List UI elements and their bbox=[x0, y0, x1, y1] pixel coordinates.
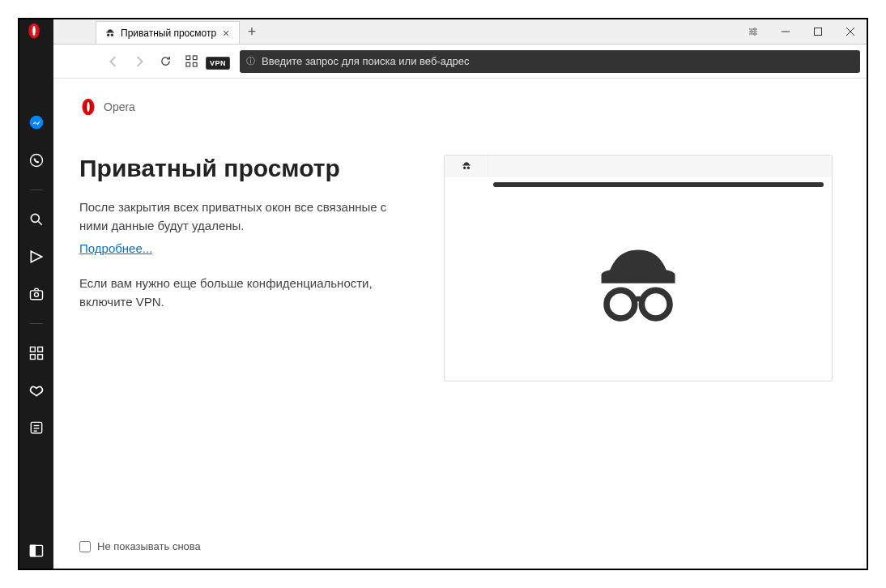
dont-show-checkbox[interactable] bbox=[79, 541, 91, 552]
svg-point-37 bbox=[87, 102, 89, 112]
personal-news-icon[interactable] bbox=[28, 249, 45, 265]
svg-marker-22 bbox=[31, 251, 41, 262]
address-bar[interactable]: ⓘ bbox=[240, 50, 860, 73]
nav-forward-button[interactable] bbox=[128, 50, 151, 73]
svg-rect-14 bbox=[185, 56, 190, 60]
dont-show-row[interactable]: Не показывать снова bbox=[79, 540, 201, 552]
svg-rect-15 bbox=[193, 56, 197, 60]
svg-rect-25 bbox=[31, 347, 36, 352]
tab-private[interactable]: Приватный просмотр × bbox=[96, 21, 240, 44]
opera-logo-icon bbox=[79, 98, 97, 116]
nav-back-button[interactable] bbox=[102, 50, 125, 73]
svg-rect-11 bbox=[815, 28, 822, 36]
svg-point-3 bbox=[32, 26, 36, 36]
sidebar-divider bbox=[30, 190, 43, 190]
svg-point-8 bbox=[751, 31, 753, 33]
private-illustration bbox=[444, 155, 833, 381]
sidebar bbox=[19, 79, 53, 569]
incognito-icon bbox=[461, 160, 472, 172]
page-description: После закрытия всех приватных окон все с… bbox=[79, 198, 395, 235]
speed-dial-icon[interactable] bbox=[28, 345, 45, 361]
svg-point-38 bbox=[602, 267, 675, 281]
incognito-large-icon bbox=[586, 234, 691, 339]
vpn-badge-label: VPN bbox=[206, 57, 230, 70]
tab-title: Приватный просмотр bbox=[121, 28, 216, 39]
svg-point-40 bbox=[641, 290, 670, 318]
vpn-toggle-button[interactable]: VPN bbox=[206, 54, 230, 69]
learn-more-link[interactable]: Подробнее... bbox=[79, 241, 152, 255]
svg-rect-28 bbox=[38, 355, 43, 360]
dont-show-label: Не показывать снова bbox=[97, 540, 201, 552]
easy-setup-button[interactable] bbox=[737, 19, 769, 44]
new-tab-button[interactable]: + bbox=[240, 19, 264, 44]
address-input[interactable] bbox=[262, 55, 854, 67]
security-icon: ⓘ bbox=[246, 55, 255, 67]
sidebar-divider bbox=[30, 323, 43, 324]
snapshot-icon[interactable] bbox=[28, 286, 45, 302]
window-close-button[interactable] bbox=[834, 19, 867, 44]
svg-rect-17 bbox=[193, 62, 197, 66]
opera-brand: Opera bbox=[79, 98, 841, 116]
vpn-hint-text: Если вам нужно еще больше конфиденциальн… bbox=[79, 275, 395, 311]
tab-close-button[interactable]: × bbox=[221, 28, 231, 38]
history-icon[interactable] bbox=[28, 420, 45, 436]
speed-dial-button[interactable] bbox=[180, 50, 202, 73]
svg-rect-23 bbox=[31, 291, 43, 300]
svg-point-18 bbox=[30, 116, 44, 130]
whatsapp-icon[interactable] bbox=[28, 152, 45, 168]
nav-reload-button[interactable] bbox=[154, 50, 177, 73]
window-maximize-button[interactable] bbox=[802, 19, 834, 44]
page-title: Приватный просмотр bbox=[79, 155, 395, 182]
svg-point-24 bbox=[35, 292, 39, 296]
opera-menu-button[interactable] bbox=[26, 23, 44, 40]
search-icon[interactable] bbox=[28, 211, 45, 228]
svg-rect-16 bbox=[185, 62, 190, 66]
svg-rect-27 bbox=[31, 355, 36, 360]
svg-point-39 bbox=[607, 290, 635, 318]
svg-point-7 bbox=[754, 28, 756, 31]
svg-line-21 bbox=[39, 222, 42, 225]
svg-point-20 bbox=[31, 214, 39, 222]
svg-rect-34 bbox=[31, 545, 36, 556]
svg-point-9 bbox=[754, 33, 756, 36]
incognito-icon bbox=[104, 28, 116, 39]
svg-point-19 bbox=[31, 155, 43, 167]
messenger-icon[interactable] bbox=[28, 115, 45, 131]
window-minimize-button[interactable] bbox=[769, 19, 802, 44]
opera-brand-label: Opera bbox=[104, 100, 135, 113]
page-content: Opera Приватный просмотр После закрытия … bbox=[53, 79, 867, 569]
bookmarks-icon[interactable] bbox=[28, 382, 45, 398]
sidebar-toggle-icon[interactable] bbox=[28, 543, 45, 559]
svg-rect-26 bbox=[38, 347, 43, 352]
